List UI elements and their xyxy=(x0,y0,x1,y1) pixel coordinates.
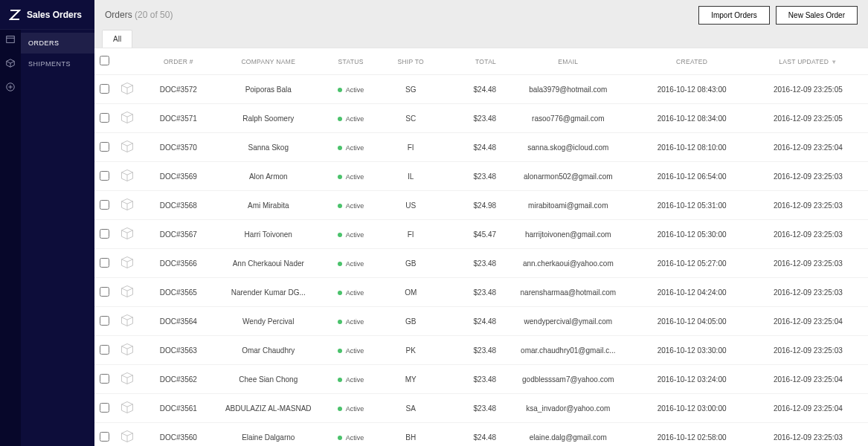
cell-created: 2016-10-12 05:27:00 xyxy=(636,249,748,278)
status-dot-icon xyxy=(338,262,342,266)
col-status[interactable]: STATUS xyxy=(321,48,381,75)
cell-created: 2016-10-12 04:05:00 xyxy=(636,307,748,336)
cell-updated: 2016-12-09 23:25:03 xyxy=(748,249,868,278)
cell-shipto: IL xyxy=(381,162,441,191)
col-order[interactable]: ORDER # xyxy=(141,48,216,75)
package-icon xyxy=(120,313,135,328)
cell-email: sanna.skog@icloud.com xyxy=(501,133,635,162)
table-row[interactable]: DOC#3571Ralph SoomeryActiveSC$23.48rasoo… xyxy=(94,104,868,133)
row-checkbox[interactable] xyxy=(100,316,109,326)
cell-company: Sanna Skog xyxy=(216,133,321,162)
cell-order: DOC#3566 xyxy=(141,249,216,278)
row-checkbox[interactable] xyxy=(100,403,109,413)
nav-item-label: ORDERS xyxy=(28,39,60,47)
table-row[interactable]: DOC#3568Ami MirabitaActiveUS$24.98mirabi… xyxy=(94,191,868,220)
cell-order: DOC#3565 xyxy=(141,278,216,307)
row-checkbox[interactable] xyxy=(100,258,109,268)
cell-total: $23.48 xyxy=(441,162,501,191)
cell-company: Ann Cherkaoui Nader xyxy=(216,249,321,278)
cell-total: $45.47 xyxy=(441,220,501,249)
cell-status: Active xyxy=(321,423,381,447)
new-sales-order-button[interactable]: New Sales Order xyxy=(776,6,858,25)
cell-updated: 2016-12-09 23:25:05 xyxy=(748,75,868,104)
row-checkbox[interactable] xyxy=(100,432,109,442)
table-row[interactable]: DOC#3567Harri ToivonenActiveFI$45.47harr… xyxy=(94,220,868,249)
cell-total: $23.48 xyxy=(441,104,501,133)
row-checkbox[interactable] xyxy=(100,287,109,297)
tab-all[interactable]: All xyxy=(102,30,132,48)
tabs: All xyxy=(94,30,868,48)
status-dot-icon xyxy=(338,349,342,353)
package-icon xyxy=(120,226,135,241)
row-checkbox[interactable] xyxy=(100,142,109,152)
row-checkbox[interactable] xyxy=(100,113,109,123)
table-row[interactable]: DOC#3564Wendy PercivalActiveGB$24.48wend… xyxy=(94,307,868,336)
table-row[interactable]: DOC#3565Narender Kumar DG...ActiveOM$23.… xyxy=(94,278,868,307)
row-checkbox[interactable] xyxy=(100,84,109,94)
table-row[interactable]: DOC#3570Sanna SkogActiveFI$24.48sanna.sk… xyxy=(94,133,868,162)
package-icon xyxy=(120,168,135,183)
col-total[interactable]: TOTAL xyxy=(441,48,501,75)
table-row[interactable]: DOC#3563Omar ChaudhryActivePK$23.48omar.… xyxy=(94,336,868,365)
row-checkbox[interactable] xyxy=(100,374,109,384)
row-checkbox[interactable] xyxy=(100,345,109,355)
cell-created: 2016-10-12 03:24:00 xyxy=(636,365,748,394)
status-dot-icon xyxy=(338,204,342,208)
cell-company: ABDULAZIZ AL-MASNAD xyxy=(216,394,321,423)
status-dot-icon xyxy=(338,88,342,92)
sidebar: Sales Orders ORDERS SHIPMENTS xyxy=(0,0,94,446)
cell-total: $24.48 xyxy=(441,133,501,162)
cell-email: rasoo776@gmail.com xyxy=(501,104,635,133)
cell-order: DOC#3563 xyxy=(141,336,216,365)
status-dot-icon xyxy=(338,436,342,440)
table-row[interactable]: DOC#3560Elaine DalgarnoActiveBH$24.48ela… xyxy=(94,423,868,447)
status-text: Active xyxy=(346,231,364,239)
cell-status: Active xyxy=(321,278,381,307)
nav-item-orders[interactable]: ORDERS xyxy=(21,33,94,54)
cell-status: Active xyxy=(321,336,381,365)
table-row[interactable]: DOC#3566Ann Cherkaoui NaderActiveGB$23.4… xyxy=(94,249,868,278)
cell-email: harrijtoivonen@gmail.com xyxy=(501,220,635,249)
table-row[interactable]: DOC#3561ABDULAZIZ AL-MASNADActiveSA$23.4… xyxy=(94,394,868,423)
status-text: Active xyxy=(346,376,364,384)
row-checkbox[interactable] xyxy=(100,171,109,181)
cell-company: Alon Armon xyxy=(216,162,321,191)
col-shipto[interactable]: SHIP TO xyxy=(381,48,441,75)
cell-created: 2016-10-12 08:34:00 xyxy=(636,104,748,133)
table-row[interactable]: DOC#3562Chee Sian ChongActiveMY$23.48god… xyxy=(94,365,868,394)
table-row[interactable]: DOC#3569Alon ArmonActiveIL$23.48alonarmo… xyxy=(94,162,868,191)
col-created[interactable]: CREATED xyxy=(636,48,748,75)
col-updated[interactable]: LAST UPDATED▼ xyxy=(748,48,868,75)
col-company[interactable]: COMPANY NAME xyxy=(216,48,321,75)
select-all-checkbox[interactable] xyxy=(100,56,109,65)
package-icon xyxy=(120,197,135,212)
cell-company: Ami Mirabita xyxy=(216,191,321,220)
cell-order: DOC#3562 xyxy=(141,365,216,394)
brand-title: Sales Orders xyxy=(27,10,82,20)
table-row[interactable]: DOC#3572Poiporas BalaActiveSG$24.48bala3… xyxy=(94,75,868,104)
status-dot-icon xyxy=(338,291,342,295)
status-text: Active xyxy=(346,144,364,152)
shipments-rail-icon[interactable] xyxy=(5,58,16,68)
status-dot-icon xyxy=(338,233,342,237)
cell-shipto: GB xyxy=(381,307,441,336)
brand: Sales Orders xyxy=(0,0,94,30)
row-checkbox[interactable] xyxy=(100,200,109,210)
nav-item-label: SHIPMENTS xyxy=(28,60,71,68)
cell-email: alonarmon502@gmail.com xyxy=(501,162,635,191)
nav-item-shipments[interactable]: SHIPMENTS xyxy=(21,54,94,74)
add-rail-icon[interactable] xyxy=(5,82,16,92)
cell-updated: 2016-12-09 23:25:04 xyxy=(748,394,868,423)
cell-status: Active xyxy=(321,75,381,104)
status-dot-icon xyxy=(338,407,342,411)
nav-list: ORDERS SHIPMENTS xyxy=(21,30,94,446)
orders-rail-icon[interactable] xyxy=(5,34,16,45)
import-orders-button[interactable]: Import Orders xyxy=(698,6,770,25)
package-icon xyxy=(120,284,135,299)
status-text: Active xyxy=(346,347,364,355)
status-dot-icon xyxy=(338,378,342,382)
cell-order: DOC#3571 xyxy=(141,104,216,133)
row-checkbox[interactable] xyxy=(100,229,109,239)
col-email[interactable]: EMAIL xyxy=(501,48,635,75)
cell-status: Active xyxy=(321,365,381,394)
